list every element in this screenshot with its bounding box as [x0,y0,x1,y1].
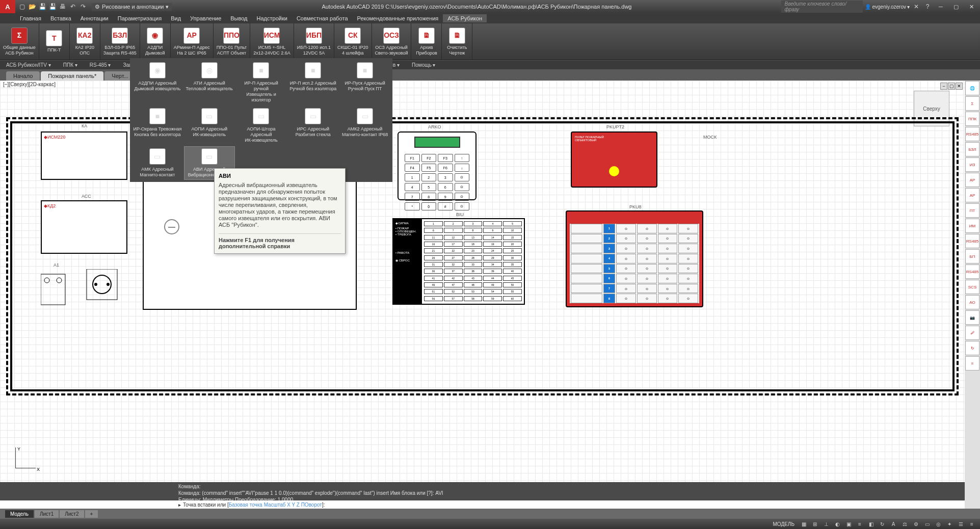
panel-Помощь ▾[interactable]: Помощь ▾ [406,62,441,68]
dd-item-ИР-П Адресный ручной[interactable]: ■ИР-П Адресный ручнойИзвещатель и изолят… [236,60,287,105]
right-tool-9[interactable]: ИМ [965,219,979,233]
dd-item-АМК Адресный[interactable]: ▭АМК АдресныйМагнито-контакт [132,146,183,180]
right-tool-14[interactable]: АО [965,295,979,309]
right-tool-8[interactable]: ПТ [965,203,979,218]
command-input[interactable]: ▸ Точка вставки или [Базовая точка Масшт… [0,500,965,509]
ribbon-ППК-Т[interactable]: TППК-Т [39,23,70,60]
ribbon-ОСЗ Адресный[interactable]: ОСЗОСЗ АдресныйСвето-звуковой [372,23,412,60]
right-tool-12[interactable]: RS485 [965,264,979,279]
minimize-button[interactable]: ─ [934,2,947,12]
right-tool-1[interactable]: Σ [965,96,979,111]
ribbon-Архив[interactable]: 🗎АрхивПриборов [411,23,442,60]
right-tool-13[interactable]: SCS [965,280,979,294]
vp-minimize-icon[interactable]: − [940,83,947,90]
cycling-icon[interactable]: ↻ [877,520,887,528]
panel-ППК ▾[interactable]: ППК ▾ [57,62,84,68]
menu-Рекомендованные приложения[interactable]: Рекомендованные приложения [353,14,443,22]
right-tool-16[interactable]: 🖉 [965,326,979,340]
ribbon-ИСМ5 +-SHL[interactable]: ИСМИСМ5 +-SHL2х12-24VDC 2.6А [250,23,294,60]
saveas-icon[interactable]: 💾 [48,2,57,11]
panel-АСБ Рубикон/ITV ▾[interactable]: АСБ Рубикон/ITV ▾ [0,62,57,68]
dd-item-ИРС Адресный[interactable]: ▭ИРС АдресныйРазбития стекла [287,106,338,145]
panel-RS-485 ▾[interactable]: RS-485 ▾ [84,62,117,68]
layout-tab-+[interactable]: + [85,510,98,518]
user-badge[interactable]: 👤 evgeniy.ozerov ▾ [865,4,910,10]
menu-Надстройки[interactable]: Надстройки [252,14,292,22]
annotation-icon[interactable]: A [888,520,898,528]
transparency-icon[interactable]: ◧ [866,520,876,528]
snap-icon[interactable]: ⊞ [810,520,820,528]
help-icon[interactable]: ? [923,2,932,11]
maximize-button[interactable]: ▢ [949,2,963,12]
dd-item-АОПИ-Штора Адресный[interactable]: ▭АОПИ-Штора АдресныйИК-извещатель [236,106,287,145]
right-tool-15[interactable]: 📷 [965,310,979,325]
dd-item-А2ДПИ Адресный[interactable]: ◉А2ДПИ АдресныйДымовой извещатель [132,60,183,105]
ribbon-Очистить[interactable]: 🗎ОчиститьЧертеж [442,23,472,60]
ribbon-ИБП-1200 исп.1[interactable]: ИБПИБП-1200 исп.112VDC 5А [294,23,334,60]
right-tool-18[interactable]: ≡ [965,356,979,371]
close-button[interactable]: ✕ [965,2,978,12]
right-tool-6[interactable]: АР [965,173,979,187]
save-icon[interactable]: 💾 [38,2,47,11]
app-menu-button[interactable]: A [0,0,15,13]
ribbon-СКШС-01 IP20[interactable]: СКСКШС-01 IP204 шлейфа [334,23,372,60]
right-tool-11[interactable]: БП [965,249,979,263]
hardware-icon[interactable]: ✦ [944,520,955,528]
layout-tab-Модель[interactable]: Модель [5,510,34,518]
viewport-label[interactable]: [−][Сверху][2D-каркас] [3,82,56,87]
open-icon[interactable]: 📂 [28,2,37,11]
ribbon-А2ДПИ[interactable]: ◉А2ДПИДымовой [140,23,171,60]
grid-icon[interactable]: ▦ [799,520,809,528]
drawing-area[interactable]: [−][Сверху][2D-каркас] − ▢ ✕ Сверху КА ◆… [0,81,965,509]
file-tab-1[interactable]: Пожарная панель* [41,71,103,81]
vp-maximize-icon[interactable]: ▢ [948,83,955,90]
right-tool-7[interactable]: АР [965,188,979,202]
menu-Управление[interactable]: Управление [186,14,226,22]
layout-tab-Лист1[interactable]: Лист1 [35,510,59,518]
model-space-label[interactable]: МОДЕЛЬ [770,521,798,527]
file-tab-0[interactable]: Начало [6,71,40,81]
workspace-icon[interactable]: ⚙ [911,520,921,528]
polar-icon[interactable]: ◐ [832,520,842,528]
scale-icon[interactable]: ⚖ [899,520,910,528]
clean-icon[interactable]: ☰ [956,520,966,528]
isolate-icon[interactable]: ◎ [933,520,943,528]
ribbon-КА2 IP20[interactable]: КА2КА2 IP20ОПС [70,23,100,60]
menu-Вид[interactable]: Вид [166,14,186,22]
right-tool-3[interactable]: RS485 [965,127,979,141]
menu-Вставка[interactable]: Вставка [46,14,76,22]
dd-item-ИР-Охрана Тревожная[interactable]: ■ИР-Охрана ТревожнаяКнопка без изолятора [132,106,183,145]
search-input[interactable]: Введите ключевое слово/фразу [781,1,863,13]
menu-Главная[interactable]: Главная [15,14,46,22]
dd-item-АОПИ Адресный[interactable]: ▭АОПИ АдресныйИК-извещатель [184,106,235,145]
menu-Аннотации[interactable]: Аннотации [76,14,113,22]
osnap-icon[interactable]: ▣ [843,520,854,528]
redo-icon[interactable]: ↷ [78,2,88,11]
dd-item-АТИ Адресный[interactable]: ◎АТИ АдресныйТепловой извещатель [184,60,235,105]
right-tool-17[interactable]: ↻ [965,341,979,355]
right-tool-10[interactable]: RS485 [965,234,979,248]
vp-close-icon[interactable]: ✕ [956,83,963,90]
menu-Вывод[interactable]: Вывод [226,14,252,22]
customize-icon[interactable]: ≡ [967,520,977,528]
right-tool-5[interactable]: ИЗ [965,157,979,172]
dd-item-ИР-П исп.2 Адресный[interactable]: ■ИР-П исп.2 АдресныйРучной без изолятора [287,60,338,105]
menu-Совместная работа[interactable]: Совместная работа [292,14,353,22]
right-tool-2[interactable]: ППК [965,112,979,126]
right-tool-0[interactable]: 🌐 [965,81,979,95]
menu-Параметризация[interactable]: Параметризация [113,14,166,22]
ortho-icon[interactable]: ⊥ [821,520,831,528]
new-icon[interactable]: ▢ [17,2,27,11]
dd-item-ИР-Пуск Адресный[interactable]: ■ИР-Пуск АдресныйРучной Пуск ПТ [339,60,390,105]
ribbon-ППО-01 Пульт[interactable]: ППОППО-01 ПультАСПТ Объект [214,23,251,60]
workspace-dropdown[interactable]: ⚙ Рисование и аннотации ▾ [92,3,172,11]
exchange-icon[interactable]: ✕ [912,2,921,11]
ribbon-АРмини-П Адрес[interactable]: АРАРмини-П АдресНа 2 ШС IP65 [171,23,214,60]
dd-item-АМК2 Адресный[interactable]: ▭АМК2 АдресныйМагнито-контакт IP68 [339,106,390,145]
right-tool-4[interactable]: БЗЛ [965,142,979,156]
menu-АСБ Рубикон[interactable]: АСБ Рубикон [443,14,487,22]
monitor-icon[interactable]: ▭ [922,520,932,528]
layout-tab-Лист2[interactable]: Лист2 [60,510,84,518]
undo-icon[interactable]: ↶ [68,2,77,11]
ribbon-БЗЛ-03-Р IP65[interactable]: БЗЛБЗЛ-03-Р IP65Защита RS-485 [100,23,140,60]
